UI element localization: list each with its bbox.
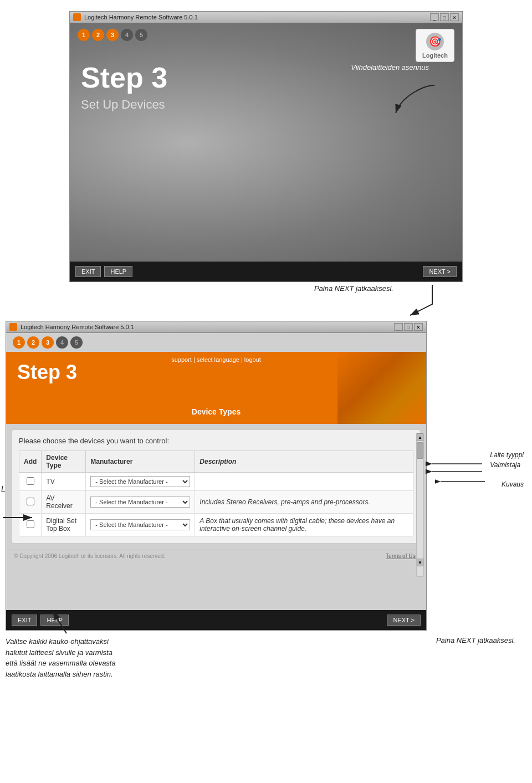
step-2[interactable]: 2: [92, 29, 104, 41]
laite-label: Laite tyyppi: [490, 451, 524, 459]
step-5[interactable]: 5: [135, 29, 147, 41]
bottom-left-line3: että lisäät ne vasemmalla olevasta: [6, 659, 116, 667]
manufacturer-select-2[interactable]: - Select the Manufacturer -: [90, 497, 190, 508]
terms-link[interactable]: Terms of Use: [386, 553, 418, 559]
device-type-cell-3: Digital Set Top Box: [42, 514, 86, 536]
steps-bar: 1 2 3 4 5: [70, 23, 462, 47]
bottom-right-text: Paina NEXT jatkaaksesi.: [436, 636, 515, 644]
copyright-text: © Copyright 2006 Logitech or its licenso…: [14, 553, 165, 559]
table-row: Digital Set Top Box - Select the Manufac…: [19, 514, 413, 536]
s2-step-4[interactable]: 4: [56, 336, 68, 349]
screen2-titlebar: Logitech Harmony Remote Software 5.0.1 _…: [6, 321, 426, 333]
kuvaus-label-area: Kuvaus: [502, 465, 524, 488]
description-cell-1: [195, 473, 413, 491]
screen1-content: Step 3 Set Up Devices Viihdelaitteiden a…: [70, 47, 462, 262]
scroll-thumb[interactable]: [417, 442, 423, 459]
close-btn[interactable]: ✕: [450, 13, 459, 21]
description-cell-3: A Box that usually comes with digital ca…: [195, 514, 413, 536]
add-checkbox-2[interactable]: [27, 498, 34, 505]
between-section: Paina NEXT jatkaaksesi.: [0, 282, 532, 321]
footer-copyright: © Copyright 2006 Logitech or its licenso…: [6, 549, 426, 562]
screen2-window: Logitech Harmony Remote Software 5.0.1 _…: [6, 321, 427, 631]
manufacturer-cell-2: - Select the Manufacturer -: [86, 491, 195, 514]
kuvaus-label: Kuvaus: [502, 480, 524, 488]
maximize-btn-2[interactable]: □: [404, 323, 413, 331]
minimize-btn[interactable]: _: [430, 13, 439, 21]
scrollbar[interactable]: ▲ ▼: [416, 433, 424, 577]
col-add: Add: [19, 451, 42, 473]
add-checkbox-1[interactable]: [27, 477, 34, 485]
bottom-left-line4: laatikosta laittamalla siihen rastin.: [6, 670, 113, 678]
next-button-2[interactable]: NEXT >: [387, 615, 421, 626]
bottom-left-area: Valitse kaikki kauko-ohjattavaksi halutu…: [6, 636, 116, 679]
exit-button[interactable]: EXIT: [75, 266, 101, 277]
screen1-titlebar: Logitech Harmony Remote Software 5.0.1 _…: [70, 12, 462, 23]
table-row: TV - Select the Manufacturer -: [19, 473, 413, 491]
bottom-left-line2: halutut laitteesi sivulle ja varmista: [6, 648, 112, 657]
col-manufacturer: Manufacturer: [86, 451, 195, 473]
scroll-up-btn[interactable]: ▲: [417, 433, 423, 441]
steps-bar-2: 1 2 3 4 5: [6, 333, 426, 352]
scroll-down-btn[interactable]: ▼: [417, 559, 423, 566]
minimize-btn-2[interactable]: _: [394, 323, 403, 331]
table-row: AV Receiver - Select the Manufacturer - …: [19, 491, 413, 514]
s2-step-1[interactable]: 1: [13, 336, 25, 349]
manufacturer-select-1[interactable]: - Select the Manufacturer -: [90, 476, 190, 487]
arrow-viihde: [379, 80, 446, 135]
between-label: Paina NEXT jatkaaksesi.: [0, 282, 532, 298]
app-icon-2: [9, 323, 17, 331]
bottom-left-line1: Valitse kaikki kauko-ohjattavaksi: [6, 637, 109, 646]
device-type-cell-2: AV Receiver: [42, 491, 86, 514]
app-icon: [73, 13, 81, 21]
page-wrapper: Logitech Harmony Remote Software 5.0.1 _…: [0, 0, 532, 690]
next-button[interactable]: NEXT >: [423, 266, 457, 277]
kuvaus-arrow-icon: [435, 476, 490, 487]
manufacturer-cell-3: - Select the Manufacturer -: [86, 514, 195, 536]
screen2-wrapper: Lisää Laite tyyppi Valmistaja: [0, 321, 532, 631]
screen2-title: Logitech Harmony Remote Software 5.0.1: [21, 324, 391, 330]
lisaa-table-arrow-icon: [0, 509, 39, 526]
step-4[interactable]: 4: [121, 29, 133, 41]
screen1-window: Logitech Harmony Remote Software 5.0.1 _…: [69, 11, 463, 282]
s2-step-2[interactable]: 2: [27, 336, 39, 349]
main-content: Please choose the devices you want to co…: [12, 429, 421, 544]
manufacturer-select-3[interactable]: - Select the Manufacturer -: [90, 519, 190, 530]
screen1-footer: EXIT HELP NEXT >: [70, 262, 462, 282]
please-text: Please choose the devices you want to co…: [19, 437, 413, 445]
close-btn-2[interactable]: ✕: [414, 323, 423, 331]
window-controls-2: _ □ ✕: [394, 323, 423, 331]
device-type-cell-1: TV: [42, 473, 86, 491]
col-description: Description: [195, 451, 413, 473]
screen2-body: 1 2 3 4 5 Step 3 support | select langua…: [6, 333, 426, 610]
add-cell-1: [19, 473, 42, 491]
step3-label: Step 3: [17, 361, 415, 384]
device-types-label: Device Types: [192, 407, 241, 416]
maximize-btn[interactable]: □: [440, 13, 449, 21]
orange-header: Step 3 support | select language | logou…: [6, 352, 426, 424]
bottom-left-text: Valitse kaikki kauko-ohjattavaksi halutu…: [6, 636, 116, 679]
help-button[interactable]: HELP: [104, 266, 132, 277]
exit-button-2[interactable]: EXIT: [12, 615, 37, 626]
manufacturer-cell-1: - Select the Manufacturer -: [86, 473, 195, 491]
laite-arrow-icon: [421, 459, 488, 476]
s2-step-3[interactable]: 3: [42, 336, 54, 349]
description-cell-2: Includes Stereo Receivers, pre-amps and …: [195, 491, 413, 514]
screen1-body: 1 2 3 4 5 🎯 Logitech Step 3 Set Up Devic…: [70, 23, 462, 262]
step-3[interactable]: 3: [106, 29, 119, 41]
viihde-label: Viihdelaitteiden asennus: [351, 63, 429, 71]
between-arrow-icon: [399, 282, 443, 321]
bottom-left-arrow-icon: [50, 608, 83, 636]
col-device-type: Device Type: [42, 451, 86, 473]
s2-step-5[interactable]: 5: [70, 336, 83, 349]
window-controls: _ □ ✕: [430, 13, 459, 21]
bottom-annotations: Valitse kaikki kauko-ohjattavaksi halutu…: [0, 631, 532, 685]
screen1-title: Logitech Harmony Remote Software 5.0.1: [84, 14, 427, 21]
step-1[interactable]: 1: [78, 29, 90, 41]
device-table: Add Device Type Manufacturer Description: [19, 451, 413, 536]
